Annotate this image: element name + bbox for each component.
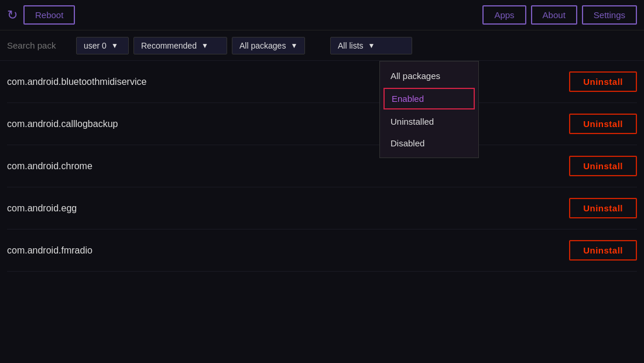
dropdown-item-all-packages[interactable]: All packages: [380, 65, 478, 87]
user-dropdown[interactable]: user 0 ▼: [76, 37, 129, 54]
top-bar: ↻ Reboot Apps About Settings: [0, 0, 644, 30]
recommended-dropdown[interactable]: Recommended ▼: [133, 37, 227, 54]
reboot-button[interactable]: Reboot: [23, 5, 75, 25]
table-row: com.android.bluetoothmidiservice Uninsta…: [7, 61, 637, 103]
search-input[interactable]: [7, 40, 71, 50]
settings-button[interactable]: Settings: [582, 5, 637, 25]
packages-dropdown[interactable]: All packages ▼: [232, 37, 305, 54]
packages-dropdown-menu: All packages Enabled Uninstalled Disable…: [379, 61, 479, 158]
uninstall-button[interactable]: Uninstall: [569, 240, 637, 261]
refresh-button[interactable]: ↻: [7, 8, 18, 23]
refresh-icon: ↻: [7, 8, 18, 23]
chevron-down-icon: ▼: [201, 42, 208, 50]
package-list: com.android.bluetoothmidiservice Uninsta…: [0, 61, 644, 272]
packages-dropdown-container: All packages ▼: [232, 37, 326, 54]
uninstall-button[interactable]: Uninstall: [569, 198, 637, 218]
package-name: com.android.calllogbackup: [7, 119, 569, 129]
table-row: com.android.chrome Uninstall: [7, 145, 637, 187]
dropdown-item-enabled[interactable]: Enabled: [383, 88, 475, 109]
chevron-down-icon: ▼: [368, 42, 375, 50]
package-name: com.android.chrome: [7, 161, 569, 172]
uninstall-button[interactable]: Uninstall: [569, 156, 637, 176]
package-name: com.android.egg: [7, 203, 569, 214]
apps-button[interactable]: Apps: [482, 5, 526, 25]
table-row: com.android.calllogbackup Uninstall: [7, 103, 637, 145]
lists-dropdown-label: All lists: [338, 41, 364, 50]
dropdown-item-uninstalled[interactable]: Uninstalled: [380, 111, 478, 132]
packages-dropdown-label: All packages: [239, 41, 286, 50]
chevron-down-icon: ▼: [290, 42, 297, 50]
lists-dropdown[interactable]: All lists ▼: [330, 37, 412, 54]
package-name: com.android.fmradio: [7, 245, 569, 256]
uninstall-button[interactable]: Uninstall: [569, 71, 637, 92]
user-dropdown-label: user 0: [84, 41, 107, 50]
chevron-down-icon: ▼: [111, 42, 118, 50]
table-row: com.android.fmradio Uninstall: [7, 230, 637, 272]
uninstall-button[interactable]: Uninstall: [569, 114, 637, 134]
table-row: com.android.egg Uninstall: [7, 187, 637, 230]
package-name: com.android.bluetoothmidiservice: [7, 77, 569, 87]
dropdown-item-disabled[interactable]: Disabled: [380, 132, 478, 154]
about-button[interactable]: About: [531, 5, 577, 25]
filter-bar: user 0 ▼ Recommended ▼ All packages ▼ Al…: [0, 30, 644, 61]
recommended-dropdown-label: Recommended: [141, 41, 197, 50]
